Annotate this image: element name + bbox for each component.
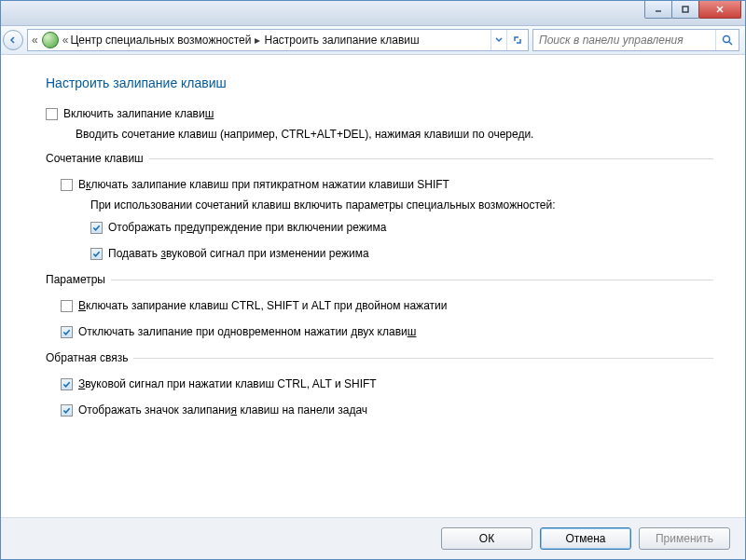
group-shortcut-legend: Сочетание клавиш — [46, 152, 149, 165]
checkbox-icon — [61, 179, 73, 191]
enable-sticky-hint: Вводить сочетание клавиш (например, CTRL… — [76, 128, 713, 141]
breadcrumb-dropdown[interactable] — [490, 30, 506, 50]
checkbox-show-warning-label: Отображать предупреждение при включении … — [108, 219, 386, 236]
checkbox-lock-modifier[interactable]: Включать запирание клавиш CTRL, SHIFT и … — [61, 297, 713, 314]
window-controls — [645, 1, 741, 19]
apply-button[interactable]: Применить — [639, 527, 730, 550]
checkbox-tray-icon[interactable]: Отображать значок залипания клавиш на па… — [61, 402, 713, 418]
checkbox-five-shift[interactable]: Включать залипание клавиш при пятикратно… — [61, 176, 713, 193]
checkbox-show-warning[interactable]: Отображать предупреждение при включении … — [90, 219, 713, 236]
search-input[interactable] — [533, 33, 715, 48]
ok-button[interactable]: ОК — [441, 527, 532, 550]
close-icon — [714, 5, 725, 14]
chevron-down-icon — [495, 36, 503, 44]
nav-back-button[interactable] — [3, 30, 23, 50]
checkbox-five-shift-label: Включать залипание клавиш при пятикратно… — [78, 176, 449, 193]
breadcrumb[interactable]: « « Центр специальных возможностей ▸ Нас… — [27, 29, 529, 51]
close-button[interactable] — [698, 1, 741, 19]
window: « « Центр специальных возможностей ▸ Нас… — [0, 0, 746, 560]
checkbox-beep-label: Звуковой сигнал при нажатии клавиш CTRL,… — [78, 376, 377, 392]
shortcut-note: При использовании сочетаний клавиш включ… — [90, 198, 713, 212]
checkbox-icon — [61, 404, 73, 417]
content-area: Настроить залипание клавиш Включить зали… — [1, 55, 745, 517]
checkbox-icon — [90, 222, 103, 234]
group-shortcut: Сочетание клавиш Включать залипание клав… — [46, 152, 713, 262]
breadcrumb-item-1[interactable]: Центр специальных возможностей — [70, 34, 251, 47]
refresh-icon — [512, 34, 523, 46]
page-title: Настроить залипание клавиш — [46, 75, 713, 90]
checkbox-enable-sticky[interactable]: Включить залипание клавиш — [46, 105, 713, 122]
maximize-icon — [681, 5, 690, 14]
group-feedback-legend: Обратная связь — [46, 351, 133, 364]
checkbox-off-two-keys-label: Отключать залипание при одновременном на… — [78, 323, 416, 340]
control-panel-icon — [42, 32, 59, 48]
search-button[interactable] — [715, 30, 739, 50]
group-feedback: Обратная связь Звуковой сигнал при нажат… — [46, 351, 713, 418]
breadcrumb-separator: ▸ — [255, 34, 260, 47]
checkbox-play-sound[interactable]: Подавать звуковой сигнал при изменении р… — [90, 245, 713, 262]
checkbox-enable-sticky-label: Включить залипание клавиш — [63, 105, 214, 122]
minimize-button[interactable] — [644, 1, 672, 19]
svg-point-4 — [724, 36, 730, 43]
search-box[interactable] — [532, 29, 739, 51]
checkbox-beep[interactable]: Звуковой сигнал при нажатии клавиш CTRL,… — [61, 376, 713, 392]
checkbox-icon — [61, 326, 73, 338]
svg-line-5 — [729, 42, 732, 45]
checkbox-off-two-keys[interactable]: Отключать залипание при одновременном на… — [61, 323, 713, 340]
titlebar — [1, 0, 745, 26]
checkbox-icon — [90, 248, 103, 260]
checkbox-icon — [61, 378, 73, 390]
breadcrumb-item-2[interactable]: Настроить залипание клавиш — [264, 34, 419, 47]
cancel-button[interactable]: Отмена — [540, 527, 631, 550]
checkbox-icon — [46, 108, 58, 120]
group-parameters-legend: Параметры — [46, 273, 111, 286]
address-bar: « « Центр специальных возможностей ▸ Нас… — [1, 26, 745, 55]
svg-rect-1 — [683, 7, 688, 12]
minimize-icon — [654, 5, 663, 14]
search-icon — [721, 34, 734, 47]
checkbox-lock-modifier-label: Включать запирание клавиш CTRL, SHIFT и … — [78, 297, 447, 314]
checkbox-icon — [61, 300, 73, 312]
footer: ОК Отмена Применить — [1, 517, 745, 559]
checkbox-play-sound-label: Подавать звуковой сигнал при изменении р… — [108, 245, 369, 262]
chevron-left-icon — [8, 35, 18, 45]
checkbox-tray-icon-label: Отображать значок залипания клавиш на па… — [78, 402, 367, 418]
maximize-button[interactable] — [671, 1, 699, 19]
group-parameters: Параметры Включать запирание клавиш CTRL… — [46, 273, 713, 340]
refresh-button[interactable] — [506, 30, 528, 50]
